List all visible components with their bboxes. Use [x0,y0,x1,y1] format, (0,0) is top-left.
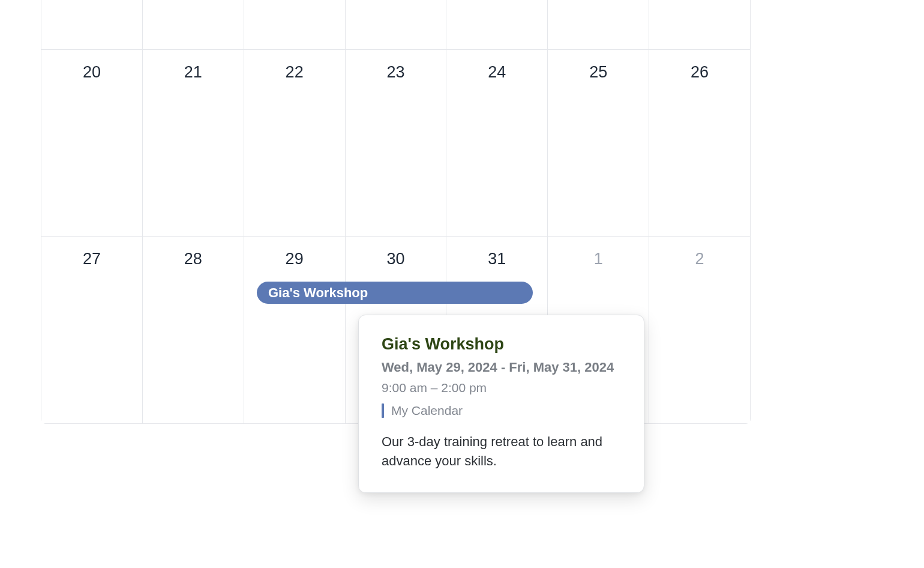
event-pill-gias-workshop[interactable]: Gia's Workshop [257,282,533,304]
day-number: 1 [594,250,603,268]
calendar-cell[interactable]: 25 [548,50,649,236]
day-number: 30 [386,250,404,268]
calendar-cell[interactable]: 13 [41,0,143,49]
event-popover-daterange: Wed, May 29, 2024 - Fri, May 31, 2024 [382,360,621,375]
day-number: 2 [695,250,704,268]
day-number: 27 [83,250,101,268]
event-popover-title: Gia's Workshop [382,335,621,354]
day-number: 25 [589,63,607,82]
calendar-cell[interactable]: 23 [346,50,447,236]
calendar-cell[interactable]: 26 [649,50,750,236]
day-number: 29 [286,250,304,268]
calendar-cell[interactable]: 24 [446,50,548,236]
event-pill-label: Gia's Workshop [268,285,368,301]
day-number: 20 [83,63,101,82]
calendar-row: 13141516171819 [41,0,750,49]
day-number: 22 [286,63,304,82]
calendar-cell[interactable]: 17 [446,0,548,49]
event-popover-calendar: My Calendar [382,403,621,418]
calendar-row: 20212223242526 [41,49,750,236]
day-number: 23 [386,63,404,82]
calendar-cell[interactable]: 27 [41,237,143,423]
event-popover: Gia's Workshop Wed, May 29, 2024 - Fri, … [358,315,644,493]
calendar-cell[interactable]: 22 [244,50,346,236]
calendar-cell[interactable]: 29 [244,237,346,423]
calendar-cell[interactable]: 20 [41,50,143,236]
event-popover-description: Our 3-day training retreat to learn and … [382,432,621,471]
calendar-cell[interactable]: 28 [143,237,244,423]
event-popover-calendar-name: My Calendar [391,403,463,418]
calendar-cell[interactable]: 2 [649,237,750,423]
day-number: 28 [184,250,202,268]
calendar-cell[interactable]: 16 [346,0,447,49]
day-number: 26 [691,63,709,82]
calendar-cell[interactable]: 14 [143,0,244,49]
calendar-color-bar [382,403,384,418]
event-popover-timerange: 9:00 am – 2:00 pm [382,381,621,395]
day-number: 31 [488,250,506,268]
calendar-cell[interactable]: 19 [649,0,750,49]
calendar-cell[interactable]: 15 [244,0,346,49]
day-number: 24 [488,63,506,82]
day-number: 21 [184,63,202,82]
calendar-cell[interactable]: 21 [143,50,244,236]
calendar-cell[interactable]: 18 [548,0,649,49]
